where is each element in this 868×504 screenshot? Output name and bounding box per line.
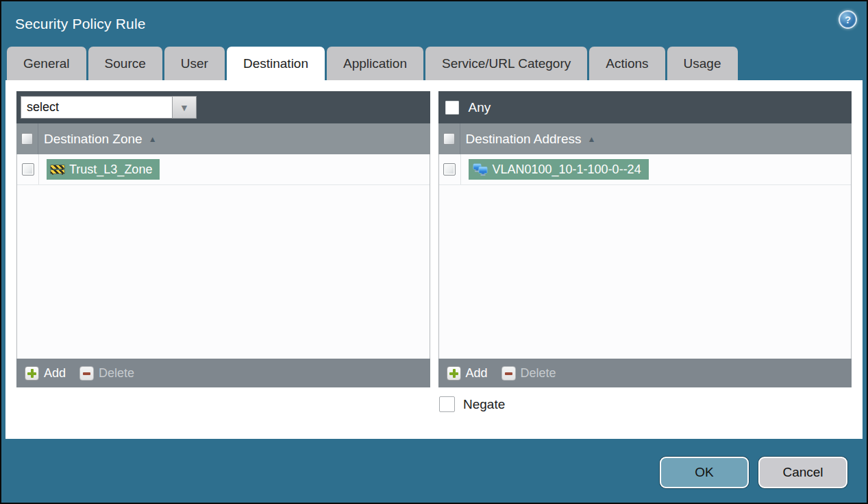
zone-filter-select[interactable]: select [21,96,173,119]
security-policy-rule-dialog: Security Policy Rule ? General Source Us… [0,0,868,504]
address-item[interactable]: VLAN0100_10-1-100-0--24 [469,159,649,180]
zone-column-title[interactable]: Destination Zone [44,132,142,147]
address-row-checkbox[interactable] [443,163,456,176]
any-label: Any [469,100,491,115]
tab-actions[interactable]: Actions [589,47,665,80]
zone-rows: Trust_L3_Zone [16,154,430,359]
panels: select ▼ Destination Zone ▲ [5,80,863,387]
sort-ascending-icon[interactable]: ▲ [588,134,596,144]
plus-icon [25,366,39,381]
tab-service-url-category[interactable]: Service/URL Category [425,47,587,80]
tab-usage[interactable]: Usage [667,47,738,80]
minus-icon [79,366,94,381]
zone-barrier-icon [51,165,64,175]
address-row-checkbox-cell [439,154,461,184]
chevron-down-icon: ▼ [179,103,189,112]
zone-row-checkbox-cell [17,154,39,184]
zone-delete-label: Delete [99,366,134,381]
zone-select-all-checkbox[interactable] [21,133,33,145]
address-column-header: Destination Address ▲ [438,123,852,154]
address-column-title[interactable]: Destination Address [466,132,582,147]
zone-add-label: Add [44,366,66,381]
zone-item[interactable]: Trust_L3_Zone [47,159,160,180]
zone-footer-bar: Add Delete [16,359,430,387]
dialog-footer: OK Cancel [1,439,867,503]
zone-column-header: Destination Zone ▲ [16,123,430,154]
address-delete-button[interactable]: Delete [501,366,556,381]
cancel-button[interactable]: Cancel [758,457,847,488]
zone-add-button[interactable]: Add [25,366,66,381]
help-glyph: ? [845,14,851,25]
negate-label: Negate [463,397,505,412]
zone-toolbar: select ▼ [16,91,430,123]
destination-address-panel: Any Destination Address ▲ [438,91,852,387]
plus-icon [447,366,461,381]
address-delete-label: Delete [521,366,556,381]
any-checkbox[interactable] [445,101,459,115]
tab-bar: General Source User Destination Applicat… [1,47,867,80]
address-add-label: Add [466,366,488,381]
destination-zone-panel: select ▼ Destination Zone ▲ [16,91,430,387]
dialog-title: Security Policy Rule [15,16,146,32]
sort-ascending-icon[interactable]: ▲ [149,134,157,144]
zone-row-checkbox[interactable] [22,163,34,176]
tab-destination[interactable]: Destination [227,47,325,80]
address-select-all-checkbox[interactable] [443,133,455,145]
ok-button[interactable]: OK [660,457,749,488]
address-add-button[interactable]: Add [447,366,488,381]
table-row[interactable]: Trust_L3_Zone [17,154,430,185]
tab-general[interactable]: General [7,47,86,80]
negate-checkbox[interactable] [439,396,455,412]
help-icon[interactable]: ? [839,10,857,29]
zone-filter-dropdown-button[interactable]: ▼ [172,96,197,119]
minus-icon [501,366,516,381]
table-row[interactable]: VLAN0100_10-1-100-0--24 [439,154,852,185]
address-footer-bar: Add Delete [438,359,852,387]
tab-application[interactable]: Application [327,47,423,80]
address-select-all-cell [438,123,460,154]
titlebar: Security Policy Rule ? [1,1,867,47]
zone-delete-button[interactable]: Delete [79,366,134,381]
address-item-label: VLAN0100_10-1-100-0--24 [493,163,641,177]
tab-user[interactable]: User [164,47,225,80]
tab-source[interactable]: Source [88,47,162,80]
negate-row: Negate [439,396,863,412]
destination-tab-content: select ▼ Destination Zone ▲ [5,80,863,439]
address-rows: VLAN0100_10-1-100-0--24 [438,154,852,359]
network-address-icon [473,163,488,176]
zone-select-all-cell [16,123,38,154]
zone-item-label: Trust_L3_Zone [69,163,152,177]
address-toolbar: Any [438,91,852,123]
